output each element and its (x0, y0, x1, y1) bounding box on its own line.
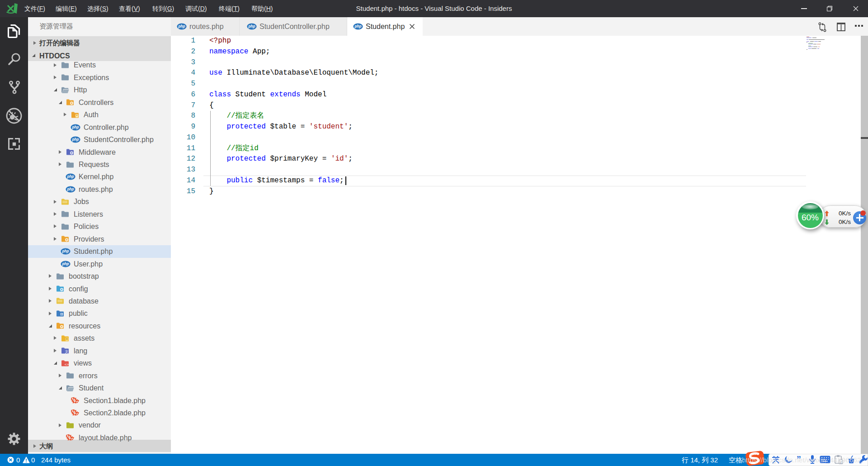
svg-text:php: php (354, 24, 361, 29)
svg-text:php: php (66, 187, 74, 191)
svg-text:<>: <> (65, 362, 69, 366)
svg-text:php: php (71, 138, 79, 142)
svg-text:php: php (66, 175, 74, 179)
svg-text:文: 文 (65, 350, 69, 354)
svg-text:php: php (61, 249, 69, 253)
svg-text:php: php (248, 24, 255, 29)
svg-text:php: php (61, 262, 69, 266)
svg-text:php: php (178, 24, 185, 29)
svg-text:php: php (71, 125, 79, 129)
